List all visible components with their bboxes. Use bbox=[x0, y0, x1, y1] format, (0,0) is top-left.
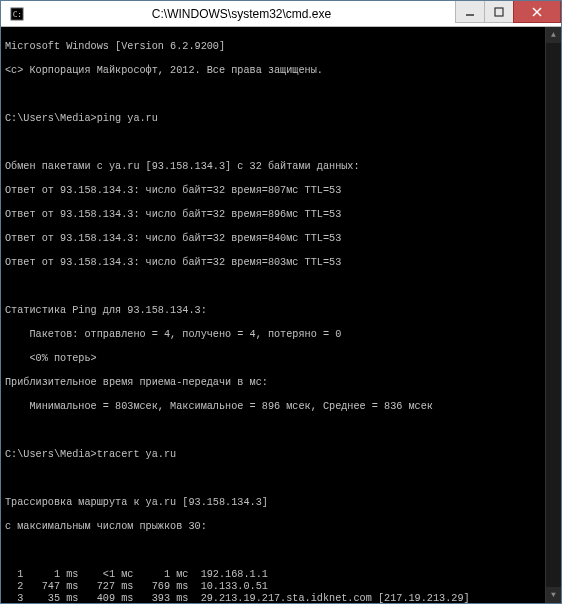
ping-header: Обмен пакетами с ya.ru [93.158.134.3] с … bbox=[5, 161, 557, 173]
svg-rect-3 bbox=[495, 8, 503, 16]
prompt-line: C:\Users\Media>tracert ya.ru bbox=[5, 449, 557, 461]
prompt-command: tracert ya.ru bbox=[97, 449, 176, 461]
ping-packets: Пакетов: отправлено = 4, получено = 4, п… bbox=[5, 329, 557, 341]
scrollbar[interactable]: ▲ ▼ bbox=[545, 27, 561, 603]
ping-reply: Ответ от 93.158.134.3: число байт=32 вре… bbox=[5, 209, 557, 221]
ping-reply: Ответ от 93.158.134.3: число байт=32 вре… bbox=[5, 233, 557, 245]
maximize-button[interactable] bbox=[484, 1, 514, 23]
tracert-hops: 1 1 ms <1 мс 1 мс 192.168.1.1 2 747 ms 7… bbox=[5, 569, 557, 603]
cmd-window: C: C:\WINDOWS\system32\cmd.exe Microsoft… bbox=[0, 0, 562, 604]
close-button[interactable] bbox=[513, 1, 561, 23]
window-controls bbox=[456, 1, 561, 26]
tracert-header: с максимальным числом прыжков 30: bbox=[5, 521, 557, 533]
ping-loss: <0% потерь> bbox=[5, 353, 557, 365]
ping-stats: Статистика Ping для 93.158.134.3: bbox=[5, 305, 557, 317]
prompt-line: C:\Users\Media>ping ya.ru bbox=[5, 113, 557, 125]
tracert-header: Трассировка маршрута к ya.ru [93.158.134… bbox=[5, 497, 557, 509]
header-line: Microsoft Windows [Version 6.2.9200] bbox=[5, 41, 557, 53]
ping-approx: Приблизительное время приема-передачи в … bbox=[5, 377, 557, 389]
window-title: C:\WINDOWS\system32\cmd.exe bbox=[27, 7, 456, 21]
prompt-command: ping ya.ru bbox=[97, 113, 158, 125]
prompt-path: C:\Users\Media> bbox=[5, 113, 97, 125]
minimize-button[interactable] bbox=[455, 1, 485, 23]
scroll-up-button[interactable]: ▲ bbox=[546, 27, 561, 43]
tracert-hop: 1 1 ms <1 мс 1 мс 192.168.1.1 bbox=[5, 569, 557, 581]
scroll-track[interactable] bbox=[546, 43, 561, 587]
ping-reply: Ответ от 93.158.134.3: число байт=32 вре… bbox=[5, 257, 557, 269]
tracert-hop: 2 747 ms 727 ms 769 ms 10.133.0.51 bbox=[5, 581, 557, 593]
prompt-path: C:\Users\Media> bbox=[5, 449, 97, 461]
cmd-icon: C: bbox=[7, 4, 27, 24]
ping-reply: Ответ от 93.158.134.3: число байт=32 вре… bbox=[5, 185, 557, 197]
ping-minmax: Минимальное = 803мсек, Максимальное = 89… bbox=[5, 401, 557, 413]
tracert-hop: 3 35 ms 409 ms 393 ms 29.213.19.217.sta.… bbox=[5, 593, 557, 603]
header-line: <c> Корпорация Майкрософт, 2012. Все пра… bbox=[5, 65, 557, 77]
terminal-output[interactable]: Microsoft Windows [Version 6.2.9200] <c>… bbox=[1, 27, 561, 603]
svg-text:C:: C: bbox=[13, 9, 22, 18]
scroll-down-button[interactable]: ▼ bbox=[546, 587, 561, 603]
titlebar[interactable]: C: C:\WINDOWS\system32\cmd.exe bbox=[1, 1, 561, 27]
